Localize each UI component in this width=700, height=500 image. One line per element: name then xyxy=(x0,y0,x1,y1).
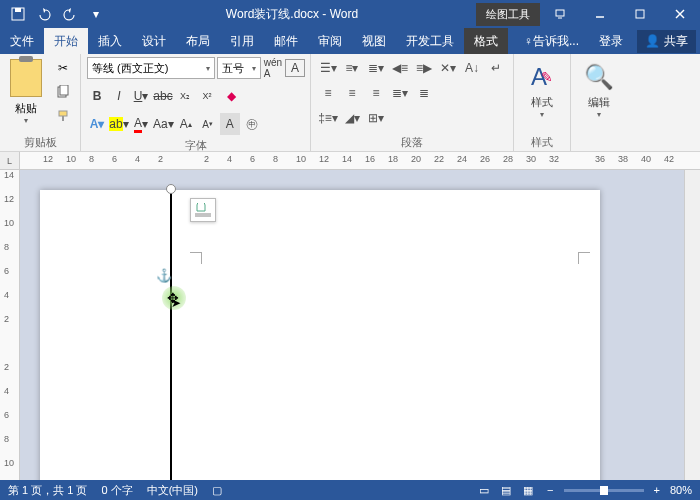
group-label-styles: 样式 xyxy=(520,135,564,149)
save-icon[interactable] xyxy=(6,2,30,26)
align-left-icon[interactable]: ≡ xyxy=(317,82,339,104)
font-color-icon[interactable]: A▾ xyxy=(131,113,151,135)
tab-references[interactable]: 引用 xyxy=(220,28,264,54)
binding-line-shape[interactable] xyxy=(170,190,172,480)
page[interactable]: ⚓ ✥➤ xyxy=(40,190,600,480)
zoom-slider[interactable] xyxy=(564,489,644,492)
group-editing: 🔍 编辑 ▾ xyxy=(571,54,627,151)
paste-button[interactable]: 粘贴 ▾ xyxy=(6,57,46,125)
selection-handle-icon[interactable] xyxy=(166,184,176,194)
workspace: 1412108642246810 ⚓ ✥➤ xyxy=(0,170,700,480)
borders-icon[interactable]: ⊞▾ xyxy=(365,107,387,129)
redo-icon[interactable] xyxy=(58,2,82,26)
distribute-icon[interactable]: ≣ xyxy=(413,82,435,104)
superscript-button[interactable]: X² xyxy=(197,85,217,107)
shading-icon[interactable]: ◢▾ xyxy=(341,107,363,129)
editing-button[interactable]: 🔍 编辑 ▾ xyxy=(577,57,621,119)
grow-font-icon[interactable]: A▴ xyxy=(176,113,196,135)
strikethrough-button[interactable]: abc xyxy=(153,85,173,107)
change-case-icon[interactable]: Aa▾ xyxy=(153,113,174,135)
justify-icon[interactable]: ≣▾ xyxy=(389,82,411,104)
ribbon-options-icon[interactable] xyxy=(540,0,580,28)
enclose-char-icon[interactable]: ㊥ xyxy=(242,113,262,135)
font-size-combo[interactable]: 五号▾ xyxy=(217,57,261,79)
anchor-icon[interactable]: ⚓ xyxy=(156,268,172,283)
font-name-combo[interactable]: 等线 (西文正文)▾ xyxy=(87,57,215,79)
tab-selector[interactable]: L xyxy=(0,152,20,170)
subscript-button[interactable]: X₂ xyxy=(175,85,195,107)
qat-dropdown-icon[interactable]: ▾ xyxy=(84,2,108,26)
bold-button[interactable]: B xyxy=(87,85,107,107)
undo-icon[interactable] xyxy=(32,2,56,26)
copy-icon[interactable] xyxy=(52,81,74,103)
zoom-level[interactable]: 80% xyxy=(670,484,692,496)
find-icon: 🔍 xyxy=(584,59,614,95)
margin-marker-tr xyxy=(578,252,590,264)
zoom-out-icon[interactable]: − xyxy=(547,484,553,496)
tab-review[interactable]: 审阅 xyxy=(308,28,352,54)
styles-icon: A✎ xyxy=(531,59,553,95)
move-cursor-icon: ✥➤ xyxy=(167,290,179,306)
align-center-icon[interactable]: ≡ xyxy=(341,82,363,104)
ruler-horizontal[interactable]: L 12108642246810121416182022242628303236… xyxy=(0,152,700,170)
share-label: 共享 xyxy=(664,33,688,50)
underline-button[interactable]: U▾ xyxy=(131,85,151,107)
tab-format[interactable]: 格式 xyxy=(464,28,508,54)
tab-insert[interactable]: 插入 xyxy=(88,28,132,54)
align-right-icon[interactable]: ≡ xyxy=(365,82,387,104)
tab-developer[interactable]: 开发工具 xyxy=(396,28,464,54)
numbering-icon[interactable]: ≡▾ xyxy=(341,57,363,79)
tab-design[interactable]: 设计 xyxy=(132,28,176,54)
print-layout-icon[interactable]: ▤ xyxy=(497,482,515,498)
clear-formatting-icon[interactable]: ◆ xyxy=(221,85,241,107)
character-border-icon[interactable]: A xyxy=(285,59,305,77)
status-language[interactable]: 中文(中国) xyxy=(147,483,198,498)
line-spacing-icon[interactable]: ‡≡▾ xyxy=(317,107,339,129)
scrollbar-vertical[interactable] xyxy=(684,170,700,480)
decrease-indent-icon[interactable]: ◀≡ xyxy=(389,57,411,79)
tell-me-label: 告诉我... xyxy=(533,33,579,50)
increase-indent-icon[interactable]: ≡▶ xyxy=(413,57,435,79)
tab-mailings[interactable]: 邮件 xyxy=(264,28,308,54)
text-effects-icon[interactable]: A▾ xyxy=(87,113,107,135)
shrink-font-icon[interactable]: A▾ xyxy=(198,113,218,135)
tab-view[interactable]: 视图 xyxy=(352,28,396,54)
read-mode-icon[interactable]: ▭ xyxy=(475,482,493,498)
bullets-icon[interactable]: ☰▾ xyxy=(317,57,339,79)
minimize-icon[interactable] xyxy=(580,0,620,28)
show-marks-icon[interactable]: ↵ xyxy=(485,57,507,79)
format-painter-icon[interactable] xyxy=(52,105,74,127)
ruler-vertical[interactable]: 1412108642246810 xyxy=(0,170,20,480)
group-styles: A✎ 样式 ▾ 样式 xyxy=(514,54,571,151)
layout-options-icon[interactable] xyxy=(190,198,216,222)
tell-me[interactable]: ♀ 告诉我... xyxy=(514,28,589,54)
macro-record-icon[interactable]: ▢ xyxy=(212,484,222,497)
asian-layout-icon[interactable]: ✕▾ xyxy=(437,57,459,79)
view-buttons: ▭ ▤ ▦ xyxy=(475,482,537,498)
zoom-thumb[interactable] xyxy=(600,486,608,495)
maximize-icon[interactable] xyxy=(620,0,660,28)
tab-file[interactable]: 文件 xyxy=(0,28,44,54)
status-page[interactable]: 第 1 页，共 1 页 xyxy=(8,483,87,498)
group-clipboard: 粘贴 ▾ ✂ 剪贴板 xyxy=(0,54,81,151)
styles-button[interactable]: A✎ 样式 ▾ xyxy=(520,57,564,119)
phonetic-guide-icon[interactable]: wénA xyxy=(263,57,283,79)
status-words[interactable]: 0 个字 xyxy=(101,483,132,498)
italic-button[interactable]: I xyxy=(109,85,129,107)
group-font: 等线 (西文正文)▾ 五号▾ wénA A B I U▾ abc X₂ X² ◆… xyxy=(81,54,311,151)
multilevel-icon[interactable]: ≣▾ xyxy=(365,57,387,79)
share-button[interactable]: 👤共享 xyxy=(637,30,696,53)
tab-home[interactable]: 开始 xyxy=(44,28,88,54)
web-layout-icon[interactable]: ▦ xyxy=(519,482,537,498)
quick-access-toolbar: ▾ xyxy=(0,2,108,26)
highlight-icon[interactable]: ab▾ xyxy=(109,113,129,135)
cut-icon[interactable]: ✂ xyxy=(52,57,74,79)
close-icon[interactable] xyxy=(660,0,700,28)
document-area[interactable]: ⚓ ✥➤ xyxy=(20,170,684,480)
sign-in[interactable]: 登录 xyxy=(589,28,633,54)
tab-layout[interactable]: 布局 xyxy=(176,28,220,54)
char-shading-icon[interactable]: A xyxy=(220,113,240,135)
margin-marker-tl xyxy=(190,252,202,264)
sort-icon[interactable]: A↓ xyxy=(461,57,483,79)
zoom-in-icon[interactable]: + xyxy=(654,484,660,496)
